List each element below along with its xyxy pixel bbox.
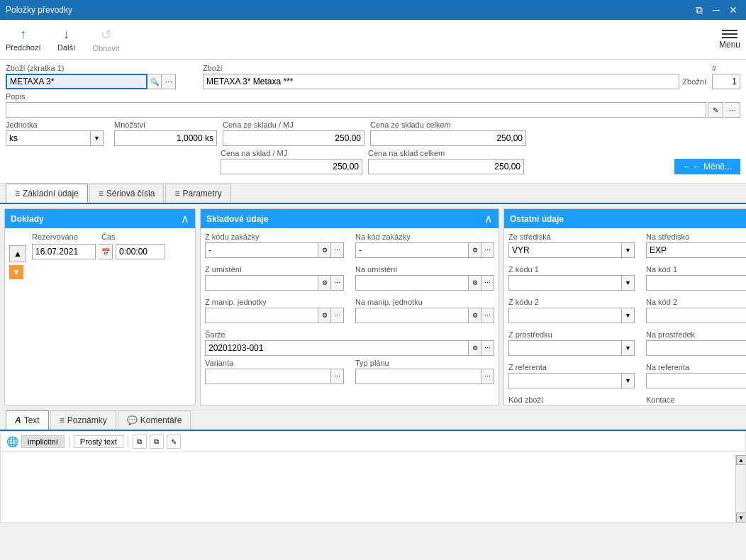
popis-input[interactable] xyxy=(6,102,706,118)
skladove-header: Skladové údaje ∧ xyxy=(201,209,499,228)
z-manip-gear[interactable]: ⚙ xyxy=(318,308,331,323)
na-manip-label: Na manip. jednotku xyxy=(355,298,494,306)
na-prostredek-input[interactable] xyxy=(646,340,746,356)
z-kodu2-dropdown[interactable]: ▼ xyxy=(622,308,635,323)
minimize-btn[interactable]: ─ xyxy=(709,3,723,17)
sarze-label: Šarže xyxy=(205,330,494,339)
window-controls: ⧉ ─ ✕ xyxy=(692,3,740,17)
restore-btn[interactable]: ⧉ xyxy=(692,3,706,17)
z-referenta-input[interactable] xyxy=(508,373,622,388)
doklady-collapse-btn[interactable]: ∧ xyxy=(181,212,189,225)
tab-parametry-label: Parametry xyxy=(182,189,221,198)
textarea-scroll-up[interactable]: ▲ xyxy=(736,455,745,465)
varianta-dots[interactable]: ⋯ xyxy=(331,369,344,384)
ze-strediska-input[interactable] xyxy=(508,242,622,258)
sarze-dots[interactable]: ⋯ xyxy=(481,340,494,356)
ze-strediska-dropdown[interactable]: ▼ xyxy=(622,242,635,258)
na-stredisko-input[interactable] xyxy=(646,242,746,258)
next-button[interactable]: ↓ Další xyxy=(52,27,81,52)
jednotka-input[interactable] xyxy=(6,130,91,146)
tab-parametry[interactable]: ≡ Parametry xyxy=(165,184,230,203)
cena-na-sklad-celkem-input[interactable] xyxy=(368,159,524,174)
refresh-button[interactable]: ↺ Obnovit xyxy=(92,27,121,52)
z-umisteni-dots[interactable]: ⋯ xyxy=(331,275,344,291)
na-manip-dots[interactable]: ⋯ xyxy=(481,308,494,323)
cena-na-sklad-mj-input[interactable] xyxy=(221,159,362,174)
globe-icon: 🌐 xyxy=(6,436,18,447)
z-manip-dots[interactable]: ⋯ xyxy=(331,308,344,323)
tab-text[interactable]: A Text xyxy=(6,410,49,430)
z-kodu1-dropdown[interactable]: ▼ xyxy=(622,275,635,291)
na-umisteni-gear[interactable]: ⚙ xyxy=(469,275,481,291)
tab-komentare[interactable]: 💬 Komentáře xyxy=(118,410,191,430)
calendar-icon[interactable]: 📅 xyxy=(99,244,113,259)
z-kodu-zakazy-input[interactable] xyxy=(205,242,318,258)
z-kodu2-input[interactable] xyxy=(508,308,622,323)
z-referenta-group: Z referenta ▼ xyxy=(508,363,635,388)
na-prostredek-label: Na prostředek xyxy=(646,330,746,339)
copy-btn-2[interactable]: ⧉ xyxy=(150,435,164,449)
tab-poznamky[interactable]: ≡ Poznámky xyxy=(50,410,116,430)
varianta-label: Varianta xyxy=(205,359,344,367)
varianta-input[interactable] xyxy=(205,369,331,384)
mene-button[interactable]: ← ← Méně... xyxy=(674,159,740,174)
sarze-input[interactable] xyxy=(205,340,469,356)
na-umisteni-input[interactable] xyxy=(355,275,469,291)
z-referenta-dropdown[interactable]: ▼ xyxy=(622,373,635,388)
cas-input[interactable] xyxy=(116,244,165,259)
na-kod-zakazy-gear[interactable]: ⚙ xyxy=(469,242,481,258)
mnozstvi-input[interactable] xyxy=(114,130,217,146)
typ-planu-dots[interactable]: ⋯ xyxy=(481,369,494,384)
zbozi-search-icon[interactable]: 🔍 xyxy=(147,74,162,89)
z-kodu1-input[interactable] xyxy=(508,275,622,291)
prev-button[interactable]: ↑ Předchozí xyxy=(6,27,41,52)
na-manip-gear[interactable]: ⚙ xyxy=(469,308,481,323)
doklady-body: ▲ Rezervováno Čas 📅 ▼ xyxy=(5,228,195,405)
zakazy-row: Z kódu zakázky ⚙ ⋯ Na kód zakázky ⚙ ⋯ xyxy=(205,233,494,262)
na-kod-zakazy-dots[interactable]: ⋯ xyxy=(481,242,494,258)
prosty-text-btn[interactable]: Prostý text xyxy=(74,435,123,448)
na-referenta-input[interactable] xyxy=(646,373,746,388)
copy-btn-1[interactable]: ⧉ xyxy=(133,435,147,449)
zbozi-dropdown-icon[interactable]: ⋯ xyxy=(162,74,176,89)
hash-input[interactable] xyxy=(712,74,740,89)
jednotka-dropdown[interactable]: ▼ xyxy=(91,130,104,146)
popis-expand-icon[interactable]: ⋯ xyxy=(725,102,740,118)
rezervovano-input[interactable] xyxy=(32,244,96,259)
typ-planu-input[interactable] xyxy=(355,369,481,384)
cena-ze-skladu-mj-input[interactable] xyxy=(223,130,364,146)
na-umisteni-dots[interactable]: ⋯ xyxy=(481,275,494,291)
z-prostredku-dropdown[interactable]: ▼ xyxy=(622,340,635,356)
z-kodu-zakazy-dots[interactable]: ⋯ xyxy=(331,242,344,258)
z-kodu-zakazy-gear[interactable]: ⚙ xyxy=(318,242,331,258)
na-manip-input[interactable] xyxy=(355,308,469,323)
skladove-collapse-btn[interactable]: ∧ xyxy=(484,212,493,225)
doklady-scroll-up[interactable]: ▲ xyxy=(9,245,26,262)
na-kod1-group: Na kód 1 ▼ xyxy=(646,265,746,291)
zbozi-zkratka-input[interactable] xyxy=(6,74,147,89)
text-area-input[interactable] xyxy=(1,455,735,522)
textarea-scroll-down[interactable]: ▼ xyxy=(736,513,745,522)
menu-button[interactable]: Menu xyxy=(719,30,740,50)
na-kod-zakazy-input[interactable] xyxy=(355,242,469,258)
implicitni-btn[interactable]: implicitní xyxy=(21,435,65,448)
z-manip-wrap: ⚙ ⋯ xyxy=(205,308,344,323)
z-manip-input[interactable] xyxy=(205,308,318,323)
z-umisteni-gear[interactable]: ⚙ xyxy=(318,275,331,291)
z-umisteni-input[interactable] xyxy=(205,275,318,291)
na-kod1-input[interactable] xyxy=(646,275,746,291)
tab-seriova[interactable]: ≡ Sériová čísla xyxy=(89,184,165,203)
edit-btn[interactable]: ✎ xyxy=(167,435,181,449)
title-bar: Položky převodky ⧉ ─ ✕ xyxy=(0,0,746,20)
z-prostredku-input[interactable] xyxy=(508,340,622,356)
na-kod2-input[interactable] xyxy=(646,308,746,323)
close-btn[interactable]: ✕ xyxy=(726,3,740,17)
sarze-gear[interactable]: ⚙ xyxy=(469,340,481,356)
mnozstvi-label: Množství xyxy=(114,121,217,129)
z-kodu2-label: Z kódu 2 xyxy=(508,298,635,306)
cena-ze-skladu-mj-group: Cena ze skladu / MJ xyxy=(223,121,364,146)
popis-edit-icon[interactable]: ✎ xyxy=(708,102,723,118)
tab-zakladni[interactable]: ≡ Základní údaje xyxy=(6,184,88,203)
cena-ze-skladu-celkem-input[interactable] xyxy=(370,130,526,146)
zbozi-name-input[interactable] xyxy=(203,74,679,89)
